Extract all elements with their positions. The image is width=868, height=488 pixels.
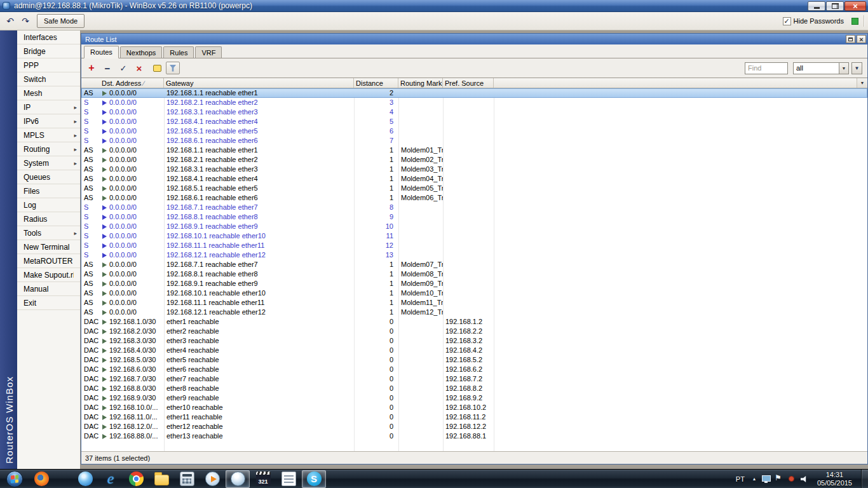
taskbar-calculator[interactable] (175, 470, 199, 488)
sidebar-item-tools[interactable]: Tools (17, 226, 80, 240)
table-row[interactable]: S 0.0.0.0/0 192.168.9.1 reachable ether9… (81, 222, 867, 231)
hidden-icons-button[interactable] (752, 475, 757, 483)
table-row[interactable]: DAC 192.168.2.0/30 ether2 reachable 0 19… (81, 327, 867, 336)
undo-button[interactable] (3, 14, 18, 28)
table-row[interactable]: AS 0.0.0.0/0 192.168.7.1 reachable ether… (81, 260, 867, 269)
table-row[interactable]: DAC 192.168.9.0/30 ether9 reachable 0 19… (81, 393, 867, 403)
sidebar-item-mesh[interactable]: Mesh (17, 86, 80, 100)
disable-button[interactable] (132, 62, 146, 74)
table-row[interactable]: DAC 192.168.5.0/30 ether5 reachable 0 19… (81, 355, 867, 365)
sidebar-item-radius[interactable]: Radius (17, 212, 80, 226)
taskbar-media-player[interactable] (200, 470, 224, 488)
table-row[interactable]: S 0.0.0.0/0 192.168.3.1 reachable ether3… (81, 107, 867, 117)
minimize-button[interactable] (808, 1, 825, 11)
sidebar-item-log[interactable]: Log (17, 198, 80, 212)
hide-passwords-checkbox[interactable] (783, 17, 791, 25)
table-row[interactable]: DAC 192.168.1.0/30 ether1 reachable 0 19… (81, 317, 867, 327)
sidebar-item-ipv6[interactable]: IPv6 (17, 114, 80, 128)
sidebar-item-new-terminal[interactable]: New Terminal (17, 240, 80, 254)
sidebar-item-interfaces[interactable]: Interfaces (17, 30, 80, 44)
taskbar-skype[interactable] (302, 470, 326, 488)
sidebar-item-files[interactable]: Files (17, 184, 80, 198)
column-options-button[interactable] (857, 78, 867, 88)
sidebar-item-mpls[interactable]: MPLS (17, 128, 80, 142)
sidebar-item-system[interactable]: System (17, 156, 80, 170)
table-row[interactable]: DAC 192.168.11.0/... ether11 reachable 0… (81, 412, 867, 422)
table-row[interactable]: AS 0.0.0.0/0 192.168.1.1 reachable ether… (81, 146, 867, 155)
sidebar-item-switch[interactable]: Switch (17, 72, 80, 86)
tab-vrf[interactable]: VRF (195, 46, 222, 58)
taskbar-mpc[interactable]: 321 (251, 470, 275, 488)
table-row[interactable]: AS 0.0.0.0/0 192.168.1.1 reachable ether… (81, 88, 867, 98)
restore-button[interactable] (826, 1, 844, 11)
chevron-down-icon[interactable] (839, 63, 848, 74)
tab-nexthops[interactable]: Nexthops (120, 46, 162, 58)
table-row[interactable]: AS 0.0.0.0/0 192.168.8.1 reachable ether… (81, 269, 867, 279)
table-row[interactable]: S 0.0.0.0/0 192.168.4.1 reachable ether4… (81, 117, 867, 126)
taskbar-firefox[interactable] (29, 470, 53, 488)
filter-dropdown[interactable]: all (793, 62, 849, 74)
start-button[interactable] (6, 471, 23, 487)
table-row[interactable]: DAC 192.168.88.0/... ether13 reachable 0… (81, 431, 867, 441)
table-row[interactable]: AS 0.0.0.0/0 192.168.2.1 reachable ether… (81, 155, 867, 165)
table-row[interactable]: DAC 192.168.10.0/... ether10 reachable 0… (81, 403, 867, 412)
route-list-titlebar[interactable]: Route List (81, 34, 867, 44)
table-row[interactable]: DAC 192.168.3.0/30 ether3 reachable 0 19… (81, 336, 867, 346)
taskbar-file-explorer[interactable] (149, 470, 173, 488)
sidebar-item-ppp[interactable]: PPP (17, 58, 80, 72)
taskbar-winbox[interactable] (226, 470, 250, 488)
table-row[interactable]: AS 0.0.0.0/0 192.168.6.1 reachable ether… (81, 193, 867, 203)
show-desktop-button[interactable] (861, 470, 868, 488)
close-button[interactable] (844, 1, 866, 11)
flag-icon[interactable] (775, 475, 783, 483)
table-row[interactable]: DAC 192.168.8.0/30 ether8 reachable 0 19… (81, 384, 867, 393)
sidebar-item-ip[interactable]: IP (17, 100, 80, 114)
table-row[interactable]: S 0.0.0.0/0 192.168.10.1 reachable ether… (81, 231, 867, 241)
add-button[interactable] (85, 62, 98, 74)
volume-icon[interactable] (800, 475, 808, 483)
column-header-distance[interactable]: Distance (354, 78, 398, 88)
table-row[interactable]: DAC 192.168.7.0/30 ether7 reachable 0 19… (81, 374, 867, 384)
sidebar-item-bridge[interactable]: Bridge (17, 44, 80, 58)
table-row[interactable]: S 0.0.0.0/0 192.168.7.1 reachable ether7… (81, 203, 867, 212)
tab-rules[interactable]: Rules (163, 46, 194, 58)
route-list-close-button[interactable] (857, 35, 866, 43)
remove-button[interactable] (100, 62, 114, 74)
find-input[interactable] (745, 62, 788, 74)
column-header-routing-mark[interactable]: Routing Mark (398, 78, 443, 88)
table-row[interactable]: AS 0.0.0.0/0 192.168.12.1 reachable ethe… (81, 308, 867, 317)
window-titlebar[interactable]: admin@192.168.88.1 (MikroTik) - WinBox v… (0, 0, 868, 12)
table-row[interactable]: S 0.0.0.0/0 192.168.6.1 reachable ether6… (81, 136, 867, 146)
taskbar-whiteboard[interactable] (276, 470, 301, 488)
sidebar-item-manual[interactable]: Manual (17, 282, 80, 296)
table-row[interactable]: S 0.0.0.0/0 192.168.11.1 reachable ether… (81, 241, 867, 250)
enable-button[interactable] (116, 62, 130, 74)
taskbar-chrome[interactable] (124, 470, 148, 488)
tab-routes[interactable]: Routes (84, 46, 119, 58)
display-icon[interactable] (762, 475, 770, 483)
column-header-pref-source[interactable]: Pref. Source (443, 78, 494, 88)
column-header-dst-address[interactable]: Dst. Address (81, 78, 164, 88)
sidebar-item-routing[interactable]: Routing (17, 142, 80, 156)
sidebar-item-metarouter[interactable]: MetaROUTER (17, 254, 80, 268)
table-row[interactable]: DAC 192.168.12.0/... ether12 reachable 0… (81, 422, 867, 431)
language-indicator[interactable]: PT (734, 474, 747, 484)
table-row[interactable]: S 0.0.0.0/0 192.168.5.1 reachable ether5… (81, 126, 867, 136)
comment-button[interactable] (150, 62, 164, 74)
table-row[interactable]: AS 0.0.0.0/0 192.168.11.1 reachable ethe… (81, 298, 867, 308)
sidebar-item-queues[interactable]: Queues (17, 170, 80, 184)
find-next-button[interactable] (851, 62, 862, 74)
table-row[interactable]: AS 0.0.0.0/0 192.168.3.1 reachable ether… (81, 165, 867, 174)
table-row[interactable]: DAC 192.168.6.0/30 ether6 reachable 0 19… (81, 365, 867, 374)
table-row[interactable]: AS 0.0.0.0/0 192.168.5.1 reachable ether… (81, 184, 867, 193)
table-row[interactable]: AS 0.0.0.0/0 192.168.9.1 reachable ether… (81, 279, 867, 288)
table-row[interactable]: S 0.0.0.0/0 192.168.8.1 reachable ether8… (81, 212, 867, 222)
redo-button[interactable] (18, 14, 33, 28)
filter-button[interactable] (166, 62, 180, 74)
column-header-gateway[interactable]: Gateway (164, 78, 354, 88)
taskbar-internet-explorer[interactable] (98, 470, 123, 488)
table-row[interactable]: S 0.0.0.0/0 192.168.2.1 reachable ether2… (81, 98, 867, 107)
table-row[interactable]: AS 0.0.0.0/0 192.168.10.1 reachable ethe… (81, 288, 867, 298)
safe-mode-button[interactable]: Safe Mode (37, 14, 85, 28)
route-list-restore-button[interactable] (846, 35, 855, 43)
